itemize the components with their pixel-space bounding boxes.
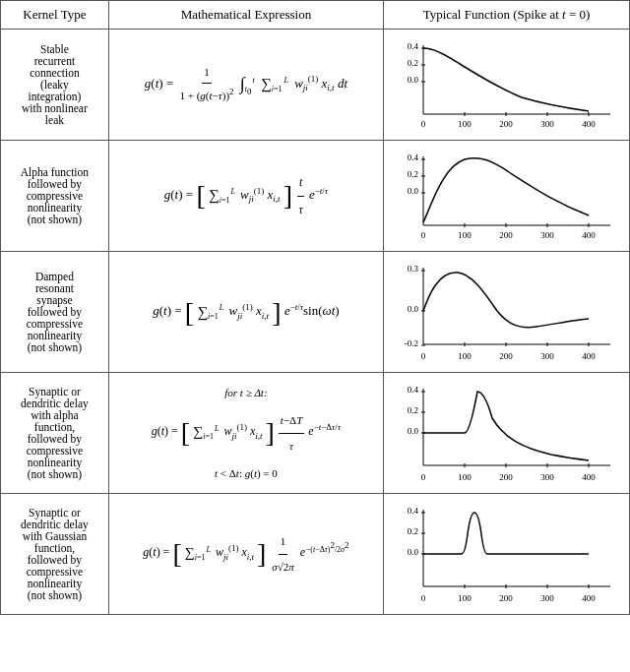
svg-text:0.0: 0.0 bbox=[407, 75, 418, 85]
svg-text:400: 400 bbox=[582, 119, 596, 129]
svg-text:400: 400 bbox=[582, 472, 596, 482]
svg-text:0: 0 bbox=[420, 472, 425, 482]
svg-text:0.0: 0.0 bbox=[407, 186, 418, 196]
header-func: Typical Function (Spike at t = 0) bbox=[384, 1, 630, 30]
svg-text:300: 300 bbox=[540, 351, 554, 361]
svg-text:200: 200 bbox=[499, 472, 513, 482]
svg-text:100: 100 bbox=[458, 351, 472, 361]
svg-text:0: 0 bbox=[420, 119, 425, 129]
svg-text:0.2: 0.2 bbox=[407, 405, 417, 415]
func-chart-3: 0.3 0.0 -0.2 0 100 200 300 400 bbox=[384, 252, 630, 373]
svg-text:0.0: 0.0 bbox=[407, 304, 418, 314]
math-expr-4: for t ≥ Δt: g(t) = [ ∑i=1L wji(1) xi,t ]… bbox=[108, 373, 383, 494]
func-chart-4: 0.4 0.2 0.0 0 100 200 300 400 bbox=[384, 373, 630, 494]
svg-text:0: 0 bbox=[420, 593, 425, 603]
svg-text:100: 100 bbox=[458, 119, 472, 129]
svg-text:0.2: 0.2 bbox=[407, 526, 417, 536]
svg-text:0.4: 0.4 bbox=[407, 41, 418, 51]
svg-text:0.4: 0.4 bbox=[407, 506, 418, 516]
func-chart-1: 0.4 0.2 0.0 0 100 200 300 400 bbox=[384, 30, 630, 141]
svg-text:0.0: 0.0 bbox=[407, 426, 418, 436]
svg-text:100: 100 bbox=[458, 472, 472, 482]
svg-text:0.0: 0.0 bbox=[407, 547, 418, 557]
svg-text:0.2: 0.2 bbox=[407, 169, 417, 179]
math-expr-3: g(t) = [ ∑i=1L wji(1) xi,t ] e−t/τsin(ωt… bbox=[108, 252, 383, 373]
svg-text:-0.2: -0.2 bbox=[404, 338, 417, 348]
svg-text:300: 300 bbox=[540, 119, 554, 129]
header-math: Mathematical Expression bbox=[108, 1, 383, 30]
svg-text:300: 300 bbox=[540, 593, 554, 603]
svg-text:200: 200 bbox=[499, 119, 513, 129]
kernel-label-2: Alpha functionfollowed bycompressivenonl… bbox=[1, 141, 109, 252]
svg-text:400: 400 bbox=[582, 230, 596, 240]
svg-text:200: 200 bbox=[499, 351, 513, 361]
kernel-label-1: Stablerecurrentconnection(leakyintegrati… bbox=[1, 30, 109, 141]
svg-text:300: 300 bbox=[540, 230, 554, 240]
kernel-label-4: Synaptic ordendritic delaywith alphafunc… bbox=[1, 373, 109, 494]
svg-text:100: 100 bbox=[458, 593, 472, 603]
svg-text:0: 0 bbox=[420, 230, 425, 240]
svg-text:0.4: 0.4 bbox=[407, 153, 418, 162]
svg-text:200: 200 bbox=[499, 593, 513, 603]
svg-text:0: 0 bbox=[420, 351, 425, 361]
svg-text:300: 300 bbox=[540, 472, 554, 482]
svg-text:400: 400 bbox=[582, 593, 596, 603]
svg-text:0.4: 0.4 bbox=[407, 385, 418, 395]
math-expr-5: g(t) = [ ∑i=1L wji(1) xi,t ] 1 σ√2π e−(t… bbox=[108, 494, 383, 615]
math-expr-2: g(t) = [ ∑i=1L wji(1) xi,t ] t τ e−t/τ bbox=[108, 141, 383, 252]
func-chart-5: 0.4 0.2 0.0 0 100 200 300 400 bbox=[384, 494, 630, 615]
svg-text:200: 200 bbox=[499, 230, 513, 240]
func-chart-2: 0.4 0.2 0.0 0 100 200 300 400 bbox=[384, 141, 630, 252]
header-kernel: Kernel Type bbox=[1, 1, 109, 30]
svg-text:0.2: 0.2 bbox=[407, 58, 417, 68]
svg-text:400: 400 bbox=[582, 351, 596, 361]
kernel-label-3: Dampedresonantsynapsefollowed bycompress… bbox=[1, 252, 109, 373]
math-expr-1: g(t) = 1 1 + (g(t−τ))2 ∫t0t ∑i=1L wji(1)… bbox=[108, 30, 383, 141]
kernel-label-5: Synaptic ordendritic delaywith Gaussianf… bbox=[1, 494, 109, 615]
svg-text:100: 100 bbox=[458, 230, 472, 240]
svg-text:0.3: 0.3 bbox=[407, 264, 418, 274]
